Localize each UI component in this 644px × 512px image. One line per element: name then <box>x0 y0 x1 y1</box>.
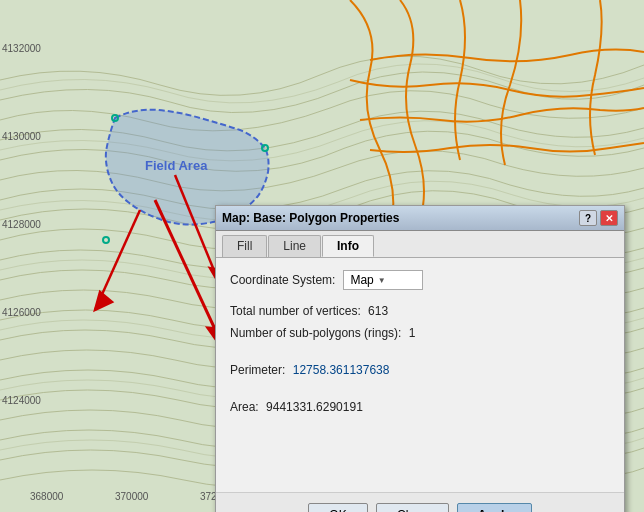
svg-text:4126000: 4126000 <box>2 307 41 318</box>
dialog-content-area: Coordinate System: Map Total number of v… <box>216 258 624 492</box>
dialog-titlebar: Map: Base: Polygon Properties ? ✕ <box>216 206 624 231</box>
field-area-label: Field Area <box>145 158 208 173</box>
ok-button[interactable]: OK <box>308 503 368 512</box>
apply-button[interactable]: Apply <box>457 503 532 512</box>
coord-system-label: Coordinate System: <box>230 273 335 287</box>
svg-text:4124000: 4124000 <box>2 395 41 406</box>
svg-text:4128000: 4128000 <box>2 219 41 230</box>
area-row: Area: 9441331.6290191 <box>230 398 610 416</box>
dialog-tabs: Fill Line Info <box>216 231 624 258</box>
polygon-properties-dialog: Map: Base: Polygon Properties ? ✕ Fill L… <box>215 205 625 512</box>
vertices-row: Total number of vertices: 613 <box>230 302 610 320</box>
dialog-button-bar: OK Close Apply <box>216 492 624 512</box>
svg-text:4132000: 4132000 <box>2 43 41 54</box>
close-button[interactable]: Close <box>376 503 449 512</box>
tab-fill[interactable]: Fill <box>222 235 267 257</box>
coord-system-row: Coordinate System: Map <box>230 270 610 290</box>
coord-system-dropdown[interactable]: Map <box>343 270 423 290</box>
svg-text:370000: 370000 <box>115 491 149 502</box>
tab-line[interactable]: Line <box>268 235 321 257</box>
svg-text:4130000: 4130000 <box>2 131 41 142</box>
dialog-help-button[interactable]: ? <box>579 210 597 226</box>
dialog-title: Map: Base: Polygon Properties <box>222 211 399 225</box>
subpolygons-row: Number of sub-polygons (rings): 1 <box>230 324 610 342</box>
dialog-title-buttons: ? ✕ <box>579 210 618 226</box>
dialog-close-title-button[interactable]: ✕ <box>600 210 618 226</box>
tab-info[interactable]: Info <box>322 235 374 257</box>
perimeter-row: Perimeter: 12758.361137638 <box>230 361 610 379</box>
svg-text:368000: 368000 <box>30 491 64 502</box>
